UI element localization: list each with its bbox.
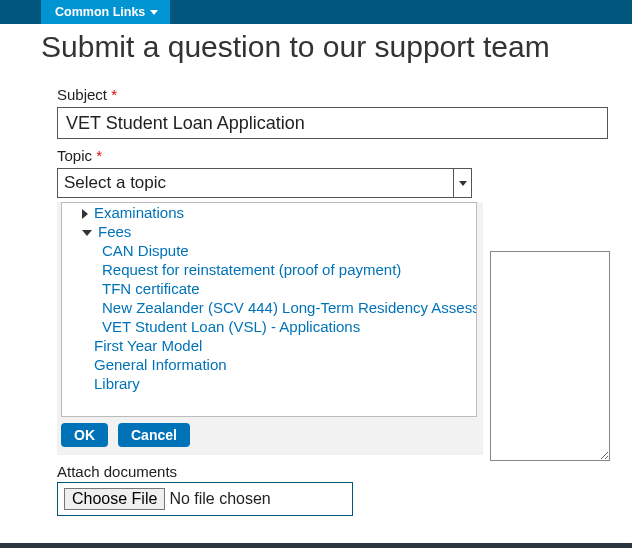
subject-label: Subject *: [57, 86, 632, 103]
ok-button[interactable]: OK: [61, 423, 108, 447]
file-input-wrapper[interactable]: Choose File No file chosen: [57, 482, 353, 516]
tree-item-label: TFN certificate: [102, 280, 200, 297]
topic-select-arrow: [453, 169, 471, 197]
subject-input[interactable]: [57, 107, 608, 139]
topic-select[interactable]: Select a topic: [57, 168, 472, 198]
tree-item[interactable]: General Information: [66, 355, 472, 374]
tree-item-label: New Zealander (SCV 444) Long-Term Reside…: [102, 299, 477, 316]
common-links-label: Common Links: [55, 5, 145, 19]
tree-subitem[interactable]: CAN Dispute: [66, 241, 472, 260]
tree-item-label: Examinations: [94, 204, 184, 221]
cancel-button[interactable]: Cancel: [118, 423, 190, 447]
tree-item-label: General Information: [94, 356, 227, 373]
tree-subitem[interactable]: Request for reinstatement (proof of paym…: [66, 260, 472, 279]
page-title: Submit a question to our support team: [41, 30, 632, 64]
tree-item[interactable]: First Year Model: [66, 336, 472, 355]
question-textarea[interactable]: [490, 251, 610, 461]
tree-item[interactable]: Library: [66, 374, 472, 393]
chevron-down-icon: [459, 181, 467, 186]
choose-file-button[interactable]: Choose File: [64, 488, 165, 510]
footer-bar: [0, 543, 632, 548]
tree-item[interactable]: Examinations: [66, 203, 472, 222]
topic-select-placeholder: Select a topic: [64, 173, 166, 193]
tree-item-label: Request for reinstatement (proof of paym…: [102, 261, 401, 278]
chevron-down-icon: [150, 10, 158, 15]
tree-item-label: VET Student Loan (VSL) - Applications: [102, 318, 360, 335]
topic-tree-scroll[interactable]: EnrolmentsExaminationsFeesCAN DisputeReq…: [61, 202, 477, 417]
no-file-chosen-text: No file chosen: [169, 490, 270, 508]
tree-item-label: Library: [94, 375, 140, 392]
tree-subitem[interactable]: VET Student Loan (VSL) - Applications: [66, 317, 472, 336]
caret-right-icon: [82, 209, 88, 219]
topic-tree-panel: EnrolmentsExaminationsFeesCAN DisputeReq…: [57, 202, 483, 455]
tree-item[interactable]: Fees: [66, 222, 472, 241]
tree-subitem[interactable]: New Zealander (SCV 444) Long-Term Reside…: [66, 298, 472, 317]
tree-item-label: First Year Model: [94, 337, 202, 354]
common-links-menu[interactable]: Common Links: [41, 0, 170, 24]
tree-item-label: CAN Dispute: [102, 242, 189, 259]
caret-down-icon: [82, 230, 92, 236]
topic-label: Topic *: [57, 147, 632, 164]
tree-item-label: Fees: [98, 223, 131, 240]
attach-documents-label: Attach documents: [57, 463, 632, 480]
tree-subitem[interactable]: TFN certificate: [66, 279, 472, 298]
